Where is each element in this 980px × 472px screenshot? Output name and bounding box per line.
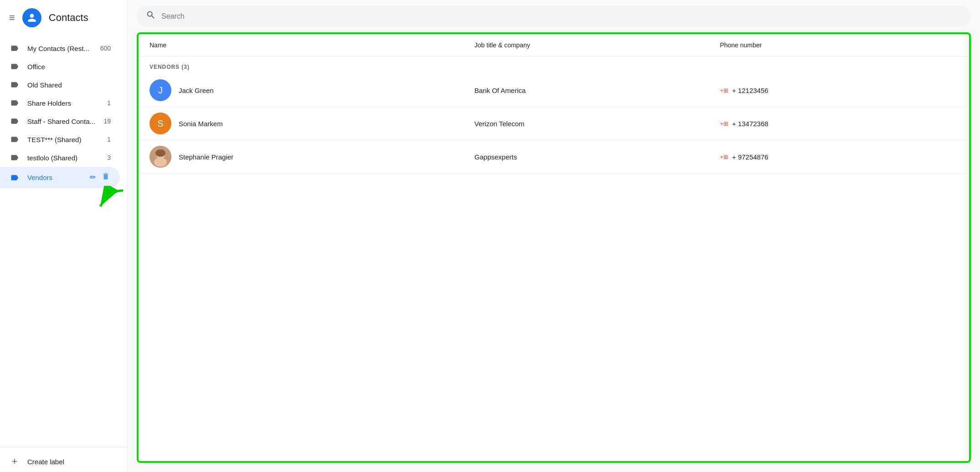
table-row[interactable]: S Sonia Markem Verizon Telecom +⊞ + 1347… (139, 107, 969, 140)
label-icon-vendors (9, 173, 20, 182)
sidebar-item-label-testlolo: testlolo (Shared) (27, 154, 100, 162)
sidebar-item-label-staff-shared: Staff - Shared Conta... (27, 118, 96, 125)
search-icon (146, 10, 156, 22)
app-title: Contacts (49, 12, 88, 24)
label-icon (9, 98, 20, 108)
sidebar-item-share-holders[interactable]: Share Holders 1 (0, 94, 120, 112)
section-label-vendors: VENDORS (3) (139, 56, 969, 74)
green-arrow-indicator (91, 186, 127, 213)
contact-name-cell: S Sonia Markem (150, 113, 467, 134)
edit-vendors-icon[interactable]: ✏ (89, 172, 97, 183)
avatar-jack-green: J (150, 79, 171, 101)
sidebar-item-count-testlolo: 3 (107, 154, 111, 161)
label-icon (9, 62, 20, 71)
search-input[interactable] (161, 12, 962, 21)
sidebar-header: ≡ Contacts (0, 0, 127, 36)
svg-point-4 (155, 149, 165, 157)
contact-name-cell: Stephanie Pragier (150, 146, 467, 168)
sidebar-item-label-vendors: Vendors (27, 174, 82, 181)
table-row[interactable]: Stephanie Pragier Gappsexperts +⊞ + 9725… (139, 140, 969, 174)
sidebar-list: My Contacts (Rest... 600 Office Old Shar… (0, 36, 127, 443)
phone-hash-icon: +⊞ (720, 120, 728, 127)
plus-icon: + (9, 456, 20, 467)
contacts-table: Name Job title & company Phone number VE… (137, 32, 971, 463)
sidebar-divider (0, 447, 127, 447)
create-label-button[interactable]: + Create label (0, 451, 120, 472)
sidebar-item-count-my-contacts: 600 (100, 45, 111, 52)
contacts-icon (26, 12, 38, 24)
contact-name-stephanie-pragier: Stephanie Pragier (179, 153, 233, 161)
company-stephanie-pragier: Gappsexperts (475, 153, 713, 161)
vendors-action-icons: ✏ (89, 171, 111, 184)
sidebar-item-count-share-holders: 1 (107, 99, 111, 107)
phone-hash-icon: +⊞ (720, 154, 728, 160)
sidebar-item-label-test-shared: TEST*** (Shared) (27, 136, 100, 144)
delete-vendors-icon[interactable] (101, 171, 111, 184)
label-icon (9, 44, 20, 53)
contact-name-sonia-markem: Sonia Markem (179, 120, 223, 128)
sidebar-item-testlolo[interactable]: testlolo (Shared) 3 (0, 149, 120, 167)
column-job-title: Job title & company (475, 41, 713, 49)
avatar-sonia-markem: S (150, 113, 171, 134)
app-icon (22, 8, 41, 27)
sidebar-item-staff-shared[interactable]: Staff - Shared Conta... 19 (0, 112, 120, 130)
hamburger-menu-icon[interactable]: ≡ (9, 13, 15, 23)
svg-point-3 (154, 158, 167, 167)
phone-stephanie-pragier: +⊞ + 97254876 (720, 153, 958, 161)
sidebar-item-label-share-holders: Share Holders (27, 99, 100, 107)
company-sonia-markem: Verizon Telecom (475, 120, 713, 128)
sidebar-item-my-contacts[interactable]: My Contacts (Rest... 600 (0, 39, 120, 57)
search-bar (137, 5, 971, 27)
sidebar-item-label-office: Office (27, 63, 111, 71)
sidebar-item-old-shared[interactable]: Old Shared (0, 76, 120, 94)
column-name: Name (150, 41, 467, 49)
sidebar-item-vendors[interactable]: Vendors ✏ (0, 167, 120, 188)
contact-name-jack-green: Jack Green (179, 87, 214, 94)
avatar-stephanie-pragier (150, 146, 171, 168)
sidebar-item-office[interactable]: Office (0, 57, 120, 76)
photo-avatar-svg (150, 146, 171, 168)
sidebar-item-label-old-shared: Old Shared (27, 81, 111, 89)
label-icon (9, 80, 20, 89)
phone-jack-green: +⊞ + 12123456 (720, 87, 958, 94)
sidebar: ≡ Contacts My Contacts (Rest... 600 Offi… (0, 0, 128, 472)
company-jack-green: Bank Of America (475, 87, 713, 94)
label-icon (9, 153, 20, 162)
table-header: Name Job title & company Phone number (139, 34, 969, 56)
contact-name-cell: J Jack Green (150, 79, 467, 101)
sidebar-item-label-my-contacts: My Contacts (Rest... (27, 45, 93, 52)
sidebar-item-count-test-shared: 1 (107, 136, 111, 143)
sidebar-item-test-shared[interactable]: TEST*** (Shared) 1 (0, 130, 120, 149)
phone-sonia-markem: +⊞ + 13472368 (720, 120, 958, 128)
label-icon (9, 135, 20, 144)
column-phone: Phone number (720, 41, 958, 49)
main-content: Name Job title & company Phone number VE… (128, 0, 980, 472)
table-row[interactable]: J Jack Green Bank Of America +⊞ + 121234… (139, 74, 969, 107)
phone-hash-icon: +⊞ (720, 87, 728, 94)
create-label-text: Create label (27, 458, 64, 466)
sidebar-item-count-staff-shared: 19 (103, 118, 111, 125)
label-icon (9, 117, 20, 126)
